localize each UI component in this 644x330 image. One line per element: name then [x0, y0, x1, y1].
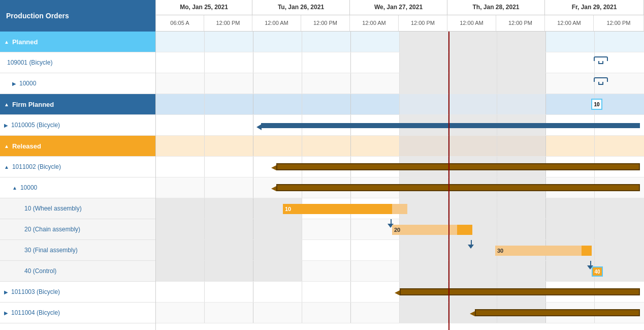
order-1011002-label: 1011002 (Bicycle) [12, 163, 61, 170]
order-1011002[interactable]: ▲ 1011002 (Bicycle) [0, 157, 155, 177]
badge-firm-10: 10 [591, 99, 602, 110]
op-20-label: 20 (Chain assembly) [24, 226, 80, 233]
bar-op40: 40 [592, 266, 603, 277]
order-10000b-label: 10000 [20, 184, 37, 191]
toggle-10000a[interactable]: ▶ [12, 81, 16, 86]
order-1010005[interactable]: ▶ 1010005 (Bicycle) [0, 115, 155, 136]
gc5 [351, 32, 400, 52]
hat-10000a [594, 77, 608, 85]
gantt-row-10000b-inner [156, 177, 644, 198]
gantt-row-109001-inner [156, 52, 644, 73]
gantt-row-1010005-inner [156, 115, 644, 135]
date-row: Mo, Jan 25, 2021 Tu, Jan 26, 2021 We, Ja… [156, 0, 644, 15]
section-firm-planned[interactable]: ▲ Firm Planned [0, 94, 155, 115]
toggle-1011002[interactable]: ▲ [4, 164, 9, 170]
time-mon-start: 06:05 A [156, 15, 204, 31]
time-tue-start: 12:00 AM [252, 15, 301, 31]
bar-op30-solid [582, 246, 592, 256]
time-fri-mid: 12:00 PM [594, 15, 644, 31]
released-label: Released [12, 142, 41, 150]
bar-1011003 [400, 288, 640, 295]
planned-label: Planned [12, 38, 38, 46]
toggle-1010005[interactable]: ▶ [4, 123, 8, 128]
grid-bg3 [156, 94, 644, 114]
date-tue: Tu, Jan 26, 2021 [252, 0, 350, 15]
order-10000b[interactable]: ▲ 10000 [0, 177, 155, 198]
section-planned[interactable]: ▲ Planned [0, 32, 155, 52]
gc3 [253, 32, 302, 52]
gantt-row-1011003-inner [156, 282, 644, 302]
bar-op10: 10 [283, 204, 392, 214]
gantt-panel: Mo, Jan 25, 2021 Tu, Jan 26, 2021 We, Ja… [156, 0, 644, 330]
bar-op20-solid [457, 225, 472, 235]
gantt-row-op10: 10 [156, 198, 644, 219]
hat-109001 [594, 56, 608, 64]
gantt-row-10000a [156, 73, 644, 94]
bar-10000b [276, 184, 640, 191]
gc2 [205, 32, 253, 52]
time-mon-mid: 12:00 PM [204, 15, 252, 31]
gantt-row-1011003 [156, 282, 644, 303]
gantt-header: Mo, Jan 25, 2021 Tu, Jan 26, 2021 We, Ja… [156, 0, 644, 32]
op-30[interactable]: 30 (Final assembly) [0, 240, 155, 261]
gantt-row-1011002 [156, 157, 644, 177]
order-1011004-label: 1011004 (Bicycle) [11, 309, 60, 316]
order-1011004[interactable]: ▶ 1011004 (Bicycle) [0, 303, 155, 323]
bar-1011002 [276, 163, 640, 170]
op-30-label: 30 (Final assembly) [24, 247, 78, 254]
arrow-1011002 [271, 165, 276, 170]
title-text: Production Orders [6, 12, 69, 20]
toggle-10000b[interactable]: ▲ [12, 185, 17, 191]
gc8 [497, 32, 546, 52]
collapse-firm[interactable]: ▲ [4, 102, 9, 107]
order-109001[interactable]: 109001 (Bicycle) [0, 52, 155, 73]
gantt-row-op30-inner: 30 [156, 240, 644, 260]
order-1011003[interactable]: ▶ 1011003 (Bicycle) [0, 282, 155, 303]
gantt-row-op20: 20 [156, 219, 644, 240]
gc6 [400, 32, 448, 52]
gc4 [302, 32, 351, 52]
gantt-row-1011004 [156, 303, 644, 323]
grid-bg [156, 52, 644, 73]
grid-bg2 [156, 73, 644, 94]
arrow-1011003 [395, 290, 400, 295]
op-20[interactable]: 20 (Chain assembly) [0, 219, 155, 240]
bar-op10-ext [392, 204, 407, 214]
bar-1010005 [261, 123, 640, 128]
grid-bg5 [156, 136, 644, 156]
grid-bg11 [156, 261, 644, 281]
tree-rows: ▲ Planned 109001 (Bicycle) ▶ 10000 ▲ Fir… [0, 32, 155, 330]
gantt-row-released [156, 136, 644, 157]
gantt-row-planned-inner [156, 32, 644, 52]
gantt-row-planned [156, 32, 644, 52]
arrow-10000b [271, 186, 276, 191]
date-wed: We, Jan 27, 2021 [350, 0, 447, 15]
gc1 [156, 32, 205, 52]
order-10000a[interactable]: ▶ 10000 [0, 73, 155, 94]
gantt-row-109001 [156, 52, 644, 73]
gantt-row-10000b [156, 177, 644, 198]
time-row: 06:05 A 12:00 PM 12:00 AM 12:00 PM 12:00… [156, 15, 644, 31]
time-fri-start: 12:00 AM [545, 15, 594, 31]
toggle-1011004[interactable]: ▶ [4, 310, 8, 316]
collapse-planned[interactable]: ▲ [4, 39, 9, 45]
collapse-released[interactable]: ▲ [4, 143, 9, 149]
gantt-row-op40-inner: 40 [156, 261, 644, 281]
gantt-rows: 10 [156, 32, 644, 330]
bar-1011004 [475, 309, 640, 316]
section-released[interactable]: ▲ Released [0, 136, 155, 157]
gc10 [595, 32, 644, 52]
gantt-row-firm: 10 [156, 94, 644, 115]
gc7 [448, 32, 497, 52]
arrow-1011004 [470, 311, 475, 316]
gantt-body[interactable]: 10 [156, 32, 644, 330]
op-40[interactable]: 40 (Control) [0, 261, 155, 282]
gantt-row-10000a-inner [156, 73, 644, 94]
gantt-row-op20-inner: 20 [156, 219, 644, 239]
time-thu-mid: 12:00 PM [496, 15, 545, 31]
op-10[interactable]: 10 (Wheel assembly) [0, 198, 155, 219]
time-wed-start: 12:00 AM [350, 15, 399, 31]
arrow-down-op30 [468, 245, 474, 249]
date-fri: Fr, Jan 29, 2021 [545, 0, 644, 15]
toggle-1011003[interactable]: ▶ [4, 289, 8, 295]
